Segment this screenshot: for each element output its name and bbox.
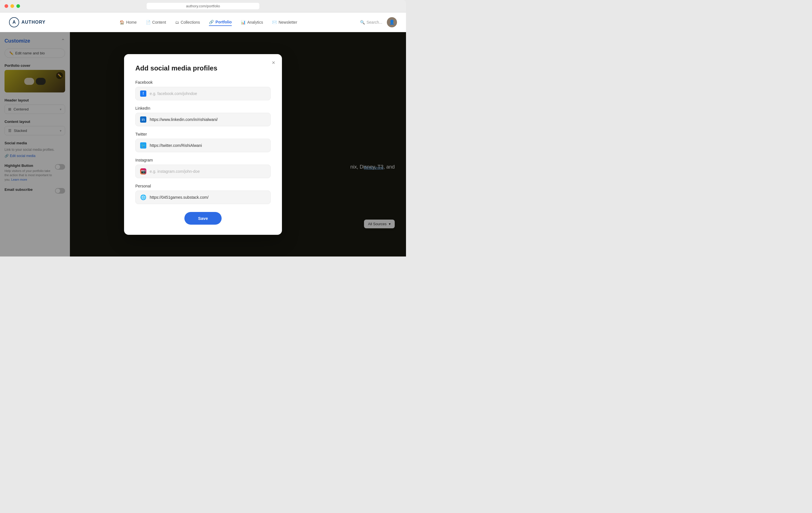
nav-item-collections[interactable]: 🗂 Collections	[175, 19, 200, 26]
twitter-field: Twitter 🐦	[135, 132, 271, 152]
newsletter-icon: ✉️	[272, 20, 277, 25]
linkedin-input-row: in	[135, 113, 271, 126]
personal-field: Personal 🌐	[135, 184, 271, 204]
nav-label-home: Home	[126, 20, 137, 25]
personal-label: Personal	[135, 184, 271, 188]
instagram-input-row: 📷	[135, 164, 271, 178]
nav-label-portfolio: Portfolio	[215, 20, 232, 24]
linkedin-icon: in	[140, 116, 146, 123]
nav-label-analytics: Analytics	[247, 20, 263, 25]
save-button[interactable]: Save	[184, 212, 221, 225]
twitter-input[interactable]	[150, 143, 266, 148]
nav-item-portfolio[interactable]: 🔗 Portfolio	[209, 19, 232, 26]
logo-text: AUTHORY	[22, 20, 46, 25]
social-media-modal: Add social media profiles × Facebook f L…	[124, 54, 282, 235]
minimize-traffic-light[interactable]	[10, 4, 14, 8]
nav-label-newsletter: Newsletter	[279, 20, 297, 25]
search-icon: 🔍	[360, 20, 365, 25]
nav-label-collections: Collections	[181, 20, 200, 25]
collections-icon: 🗂	[175, 20, 179, 25]
address-bar[interactable]: authory.com/portfolio	[147, 3, 259, 9]
topnav: A AUTHORY 🏠 Home 📄 Content 🗂 Collections…	[0, 12, 406, 32]
modal-title: Add social media profiles	[135, 64, 271, 72]
linkedin-input[interactable]	[150, 117, 266, 122]
twitter-label: Twitter	[135, 132, 271, 137]
search-label: Search...	[367, 20, 382, 25]
web-icon: 🌐	[140, 194, 146, 201]
facebook-input-row: f	[135, 87, 271, 100]
nav-item-content[interactable]: 📄 Content	[146, 19, 166, 26]
nav-item-analytics[interactable]: 📊 Analytics	[241, 19, 263, 26]
portfolio-icon: 🔗	[209, 20, 214, 24]
linkedin-field: LinkedIn in	[135, 106, 271, 126]
main-content: Customize ⌃ ✏️ Edit name and bio Portfol…	[0, 32, 406, 256]
personal-input-row: 🌐	[135, 190, 271, 204]
facebook-icon: f	[140, 90, 146, 97]
traffic-lights	[4, 4, 20, 8]
instagram-label: Instagram	[135, 158, 271, 162]
modal-overlay[interactable]: Add social media profiles × Facebook f L…	[0, 32, 406, 256]
browser-chrome: authory.com/portfolio	[0, 0, 406, 12]
modal-close-button[interactable]: ×	[272, 60, 275, 65]
instagram-input[interactable]	[150, 169, 266, 174]
avatar[interactable]: 👤	[387, 17, 397, 27]
nav-label-content: Content	[152, 20, 166, 25]
search-area[interactable]: 🔍 Search...	[360, 20, 382, 25]
nav-item-home[interactable]: 🏠 Home	[120, 19, 137, 26]
logo-icon: A	[9, 17, 19, 27]
content-icon: 📄	[146, 20, 150, 25]
personal-input[interactable]	[150, 195, 266, 200]
instagram-icon: 📷	[140, 168, 146, 175]
close-traffic-light[interactable]	[4, 4, 8, 8]
facebook-label: Facebook	[135, 80, 271, 85]
home-icon: 🏠	[120, 20, 124, 25]
logo[interactable]: A AUTHORY	[9, 17, 46, 27]
analytics-icon: 📊	[241, 20, 245, 25]
instagram-field: Instagram 📷	[135, 158, 271, 178]
facebook-field: Facebook f	[135, 80, 271, 100]
linkedin-label: LinkedIn	[135, 106, 271, 111]
twitter-icon: 🐦	[140, 142, 146, 149]
twitter-input-row: 🐦	[135, 139, 271, 152]
app: A AUTHORY 🏠 Home 📄 Content 🗂 Collections…	[0, 12, 406, 256]
fullscreen-traffic-light[interactable]	[16, 4, 20, 8]
nav-items: 🏠 Home 📄 Content 🗂 Collections 🔗 Portfol…	[57, 19, 360, 26]
facebook-input[interactable]	[150, 91, 266, 96]
nav-item-newsletter[interactable]: ✉️ Newsletter	[272, 19, 297, 26]
nav-right: 🔍 Search... 👤	[360, 17, 397, 27]
